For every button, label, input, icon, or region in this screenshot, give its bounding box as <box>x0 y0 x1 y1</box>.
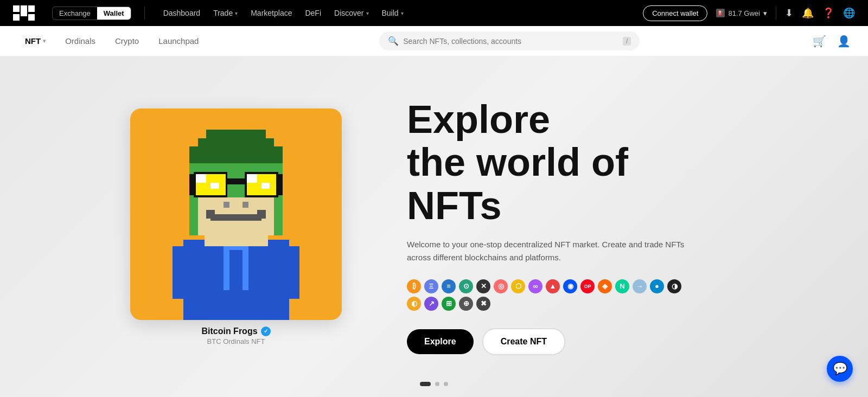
build-arrow-icon: ▾ <box>401 10 404 16</box>
subnav-ordinals[interactable]: Ordinals <box>58 32 103 50</box>
search-icon: 🔍 <box>388 36 399 46</box>
chain-x-icon: ✕ <box>476 279 490 293</box>
chain-sui-icon: ● <box>650 279 664 293</box>
subnav-crypto[interactable]: Crypto <box>107 32 146 50</box>
nav-divider-2 <box>776 7 776 20</box>
search-input[interactable] <box>403 37 618 46</box>
chain-misc-icon: ⊕ <box>459 297 473 311</box>
nav-discover[interactable]: Discover ▾ <box>329 5 374 21</box>
svg-rect-23 <box>227 178 244 184</box>
svg-rect-19 <box>196 174 207 182</box>
subnav-launchpad[interactable]: Launchpad <box>151 32 206 50</box>
svg-rect-21 <box>210 182 219 189</box>
svg-rect-0 <box>13 5 20 12</box>
download-icon[interactable]: ⬇ <box>785 7 793 19</box>
chain-link-icon: ⊞ <box>442 297 456 311</box>
hero-nft-card-wrapper: Bitcoin Frogs ✓ BTC Ordinals NFT <box>130 108 342 345</box>
pagination-dot-2[interactable] <box>435 382 439 386</box>
user-icon[interactable]: 👤 <box>837 35 851 48</box>
svg-rect-26 <box>224 201 230 208</box>
hero-section: Bitcoin Frogs ✓ BTC Ordinals NFT Explore… <box>0 56 868 397</box>
chain-icp-icon: → <box>633 279 647 293</box>
connect-wallet-button[interactable]: Connect wallet <box>643 5 707 21</box>
chain-avax-icon: ▲ <box>546 279 560 293</box>
sub-nav-search: 🔍 / <box>206 31 813 50</box>
chain-arb-icon: ◈ <box>598 279 612 293</box>
gwei-value: 81.7 Gwei <box>728 9 760 17</box>
chain-op-icon: OP <box>580 279 595 293</box>
hero-content: Bitcoin Frogs ✓ BTC Ordinals NFT Explore… <box>108 66 760 388</box>
svg-rect-7 <box>173 246 194 299</box>
exchange-wallet-toggle[interactable]: Exchange Wallet <box>52 7 131 20</box>
chain-base-icon: ◉ <box>563 279 577 293</box>
svg-rect-3 <box>13 14 20 21</box>
sub-nav-left: NFT ▾ Ordinals Crypto Launchpad <box>17 32 206 50</box>
svg-rect-33 <box>206 130 265 140</box>
sub-nav-right: 🛒 👤 <box>813 35 851 48</box>
bell-icon[interactable]: 🔔 <box>802 7 814 19</box>
trade-arrow-icon: ▾ <box>235 10 238 16</box>
chain-eth-icon: Ξ <box>424 279 438 293</box>
pagination-dots <box>420 382 448 386</box>
nav-marketplace[interactable]: Marketplace <box>245 5 297 21</box>
svg-rect-29 <box>206 210 215 219</box>
okx-logo[interactable] <box>13 5 35 21</box>
nft-name: Bitcoin Frogs ✓ <box>201 326 270 336</box>
svg-rect-4 <box>28 14 35 21</box>
top-nav-icons: ⬇ 🔔 ❓ 🌐 <box>785 7 855 19</box>
nav-defi[interactable]: DeFi <box>299 5 327 21</box>
chain-btc-icon: ₿ <box>407 279 421 293</box>
chain-icons-row: ₿ Ξ ≡ ⊙ ✕ ◎ ⬡ ∞ ▲ ◉ OP ◈ N → ● ◑ ◐ ↗ ⊞ ⊕ <box>407 279 689 311</box>
help-icon[interactable]: ❓ <box>822 7 834 19</box>
hero-text-block: Explore the world of NFTs Welcome to you… <box>407 98 689 355</box>
pagination-dot-1[interactable] <box>420 382 431 386</box>
nft-label: Bitcoin Frogs ✓ BTC Ordinals NFT <box>201 326 270 345</box>
globe-icon[interactable]: 🌐 <box>843 7 855 19</box>
chain-apt-icon: ◑ <box>667 279 681 293</box>
main-nav-links: Dashboard Trade ▾ Marketplace DeFi Disco… <box>158 5 630 21</box>
top-nav-right: Connect wallet ⛽ 81.7 Gwei ▾ ⬇ 🔔 ❓ 🌐 <box>643 5 855 21</box>
svg-rect-20 <box>247 174 258 182</box>
chain-flow-icon: ◐ <box>407 297 421 311</box>
fuel-icon: ⛽ <box>716 9 725 17</box>
svg-rect-24 <box>189 174 196 195</box>
svg-rect-22 <box>261 182 270 189</box>
exchange-toggle-btn[interactable]: Exchange <box>53 7 97 20</box>
svg-rect-8 <box>278 246 299 299</box>
sub-navigation: NFT ▾ Ordinals Crypto Launchpad 🔍 / 🛒 👤 <box>0 26 868 56</box>
chain-bnb-icon: ⬡ <box>511 279 525 293</box>
explore-button[interactable]: Explore <box>407 329 474 354</box>
chat-button[interactable]: 💬 <box>827 356 853 382</box>
chain-tron-icon: ⊙ <box>459 279 473 293</box>
hero-title: Explore the world of NFTs <box>407 98 689 227</box>
wallet-toggle-btn[interactable]: Wallet <box>97 7 131 20</box>
nav-dashboard[interactable]: Dashboard <box>158 5 206 21</box>
gwei-arrow-icon: ▾ <box>763 9 767 17</box>
hero-actions: Explore Create NFT <box>407 328 689 355</box>
discover-arrow-icon: ▾ <box>366 10 369 16</box>
chain-more-icon: ✖ <box>476 297 490 311</box>
svg-rect-9 <box>224 248 230 290</box>
hero-nft-card <box>130 108 342 320</box>
svg-rect-25 <box>276 174 283 195</box>
chain-poly-icon: ∞ <box>528 279 542 293</box>
search-box[interactable]: 🔍 / <box>379 31 640 50</box>
hero-description: Welcome to your one-stop decentralized N… <box>407 238 689 264</box>
top-navigation: Exchange Wallet Dashboard Trade ▾ Market… <box>0 0 868 26</box>
gwei-display[interactable]: ⛽ 81.7 Gwei ▾ <box>716 9 767 17</box>
pagination-dot-3[interactable] <box>444 382 448 386</box>
nav-trade[interactable]: Trade ▾ <box>208 5 243 21</box>
chain-near-icon: N <box>615 279 629 293</box>
svg-rect-5 <box>21 10 27 16</box>
chat-icon: 💬 <box>833 362 847 376</box>
cart-icon[interactable]: 🛒 <box>813 35 826 48</box>
nav-build[interactable]: Build ▾ <box>376 5 409 21</box>
create-nft-button[interactable]: Create NFT <box>482 328 565 355</box>
svg-rect-28 <box>210 214 261 221</box>
verified-badge-icon: ✓ <box>261 326 271 336</box>
subnav-nft[interactable]: NFT ▾ <box>17 32 53 50</box>
chain-sol-icon: ◎ <box>494 279 508 293</box>
search-shortcut: / <box>623 37 631 46</box>
svg-rect-2 <box>28 5 35 12</box>
chain-klay-icon: ↗ <box>424 297 438 311</box>
